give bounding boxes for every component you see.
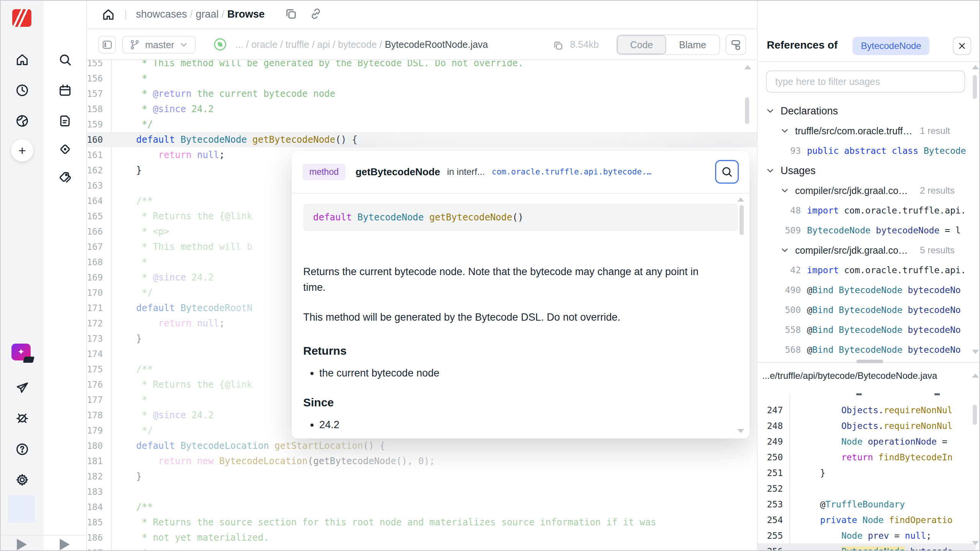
preview-code-line[interactable]: 248 Objects.requireNonNul — [758, 418, 976, 434]
sourcecraft-logo-icon[interactable] — [12, 9, 31, 27]
sidebar-item-history[interactable] — [14, 82, 31, 99]
path-dir-api[interactable]: api — [317, 39, 330, 50]
tree-file-group[interactable]: truffle/src/com.oracle.truffle....1 resu… — [758, 121, 972, 141]
symbol-qualified-link[interactable]: com.oracle.truffle.api.bytecode.Bytecode… — [492, 167, 652, 176]
editor-scrollbar-thumb[interactable] — [745, 97, 749, 124]
copy-file-path-button[interactable] — [552, 40, 564, 51]
popup-scrollbar-thumb[interactable] — [740, 205, 744, 235]
path-ellipsis[interactable]: ... — [235, 39, 243, 50]
preview-code-line[interactable]: 247 Objects.requireNonNul — [758, 402, 976, 418]
sidebar-item-explore[interactable] — [14, 112, 31, 129]
path-dir-bytecode[interactable]: bytecode — [338, 39, 377, 50]
sidebar-item-bug-report[interactable] — [14, 409, 31, 426]
sidebar-item-send[interactable] — [14, 380, 31, 396]
line-number[interactable]: 181 — [87, 456, 106, 466]
path-dir-oracle[interactable]: oracle — [252, 39, 278, 50]
sidebar-item-search[interactable] — [57, 51, 74, 68]
popup-scroll-up-arrow[interactable] — [737, 197, 744, 202]
line-number[interactable]: 166 — [87, 227, 106, 236]
line-number[interactable]: 157 — [87, 89, 106, 99]
branch-selector[interactable]: master — [122, 36, 196, 54]
line-number[interactable]: 175 — [87, 364, 106, 374]
tab-blame[interactable]: Blame — [666, 35, 719, 54]
line-number[interactable]: 187 — [87, 548, 106, 550]
preview-code-line[interactable]: 252 — [758, 481, 976, 496]
tree-section-usages[interactable]: Usages — [758, 161, 972, 181]
find-references-button[interactable] — [715, 160, 739, 184]
tree-file-group[interactable]: compiler/src/jdk.graal.compi...2 results — [758, 181, 972, 201]
line-number[interactable]: 168 — [87, 257, 106, 267]
line-number[interactable]: 160 — [87, 135, 106, 145]
reference-result[interactable]: 93public abstract class Bytecode — [758, 141, 972, 161]
sprout-status-icon[interactable] — [214, 38, 226, 51]
line-number[interactable]: 173 — [87, 334, 106, 344]
breadcrumb-project[interactable]: showcases — [136, 8, 187, 20]
path-dir-truffle[interactable]: truffle — [286, 39, 309, 50]
line-number[interactable]: 178 — [87, 410, 106, 420]
sidebar-item-help[interactable] — [14, 441, 31, 458]
preview-code-line[interactable]: 256 BytecodeNode bytecode — [758, 543, 976, 551]
line-number[interactable]: 155 — [87, 60, 106, 68]
line-number[interactable]: 172 — [87, 318, 106, 328]
copy-path-button[interactable] — [284, 7, 298, 21]
line-number[interactable]: 167 — [87, 242, 106, 252]
line-number[interactable]: 162 — [87, 165, 106, 175]
line-number[interactable]: 158 — [87, 104, 106, 114]
line-number[interactable]: 171 — [87, 303, 106, 313]
line-number[interactable]: 169 — [87, 272, 106, 282]
line-number[interactable]: 165 — [87, 211, 106, 221]
preview-scroll-up-arrow[interactable] — [972, 373, 979, 378]
refs-scroll-down-arrow[interactable] — [972, 350, 979, 354]
collapse-play-icon-2[interactable] — [60, 539, 70, 550]
refs-scrollbar-thumb[interactable] — [973, 75, 977, 99]
preview-code-line[interactable]: 249 Node operationNode = — [758, 434, 976, 449]
preview-code-line[interactable]: 250 return findBytecodeIn — [758, 449, 976, 465]
sidebar-item-settings[interactable] — [14, 471, 31, 488]
avatar[interactable] — [8, 495, 35, 523]
preview-code-line[interactable]: 253 @TruffleBoundary — [758, 496, 976, 512]
preview-scrollbar-thumb[interactable] — [973, 405, 977, 425]
copy-link-button[interactable] — [309, 7, 323, 21]
reference-result[interactable]: 48import com.oracle.truffle.api. — [758, 201, 972, 220]
tree-section-declarations[interactable]: Declarations — [758, 101, 972, 121]
file-name[interactable]: BytecodeRootNode.java — [385, 39, 488, 50]
reference-result[interactable]: 558@Bind BytecodeNode bytecodeNo — [758, 320, 972, 340]
ai-assistant-icon[interactable]: ✦ — [11, 344, 31, 360]
preview-code-line[interactable]: 251 } — [758, 465, 976, 481]
line-number[interactable]: 164 — [87, 196, 106, 206]
tab-code[interactable]: Code — [617, 35, 666, 54]
reference-result[interactable]: 490@Bind BytecodeNode bytecodeNo — [758, 280, 972, 300]
reference-result[interactable]: 509BytecodeNode bytecodeNode = l — [758, 220, 972, 240]
sidebar-item-home[interactable] — [14, 51, 31, 68]
line-number[interactable]: 156 — [87, 73, 106, 83]
editor-scroll-up-arrow[interactable] — [744, 65, 751, 69]
toggle-file-tree-button[interactable] — [98, 36, 116, 54]
line-number[interactable]: 159 — [87, 119, 106, 129]
reference-result[interactable]: 568@Bind BytecodeNode bytecodeNo — [758, 340, 972, 360]
preview-file-path[interactable]: ...e/truffle/api/bytecode/BytecodeNode.j… — [762, 370, 969, 381]
symbol-tree-button[interactable] — [725, 34, 746, 55]
breadcrumb-page[interactable]: Browse — [227, 8, 265, 20]
reference-result[interactable]: 42import com.oracle.truffle.api. — [758, 260, 972, 280]
line-number[interactable]: 186 — [87, 533, 106, 543]
filter-usages-input[interactable] — [766, 70, 965, 93]
line-number[interactable]: 185 — [87, 517, 106, 527]
line-number[interactable]: 177 — [87, 395, 106, 405]
sidebar-item-labels[interactable] — [57, 169, 74, 186]
line-number[interactable]: 183 — [87, 487, 106, 497]
popup-scroll-down-arrow[interactable] — [737, 429, 744, 433]
reference-result[interactable]: 500@Bind BytecodeNode bytecodeNo — [758, 300, 972, 320]
sidebar-item-milestones[interactable] — [57, 141, 74, 158]
line-number[interactable]: 179 — [87, 425, 106, 435]
home-button[interactable] — [101, 8, 115, 21]
preview-code-line[interactable]: 254 private Node findOperatio — [758, 512, 976, 528]
line-number[interactable]: 174 — [87, 349, 106, 359]
line-number[interactable]: 184 — [87, 502, 106, 512]
tree-file-group[interactable]: compiler/src/jdk.graal.compi...5 results — [758, 240, 972, 260]
breadcrumb-repo[interactable]: graal — [196, 8, 219, 20]
line-number[interactable]: 176 — [87, 380, 106, 390]
create-button[interactable]: + — [11, 139, 33, 161]
sidebar-item-calendar[interactable] — [57, 82, 74, 99]
line-number[interactable]: 170 — [87, 288, 106, 298]
preview-code-line[interactable]: 255 Node prev = null; — [758, 528, 976, 543]
